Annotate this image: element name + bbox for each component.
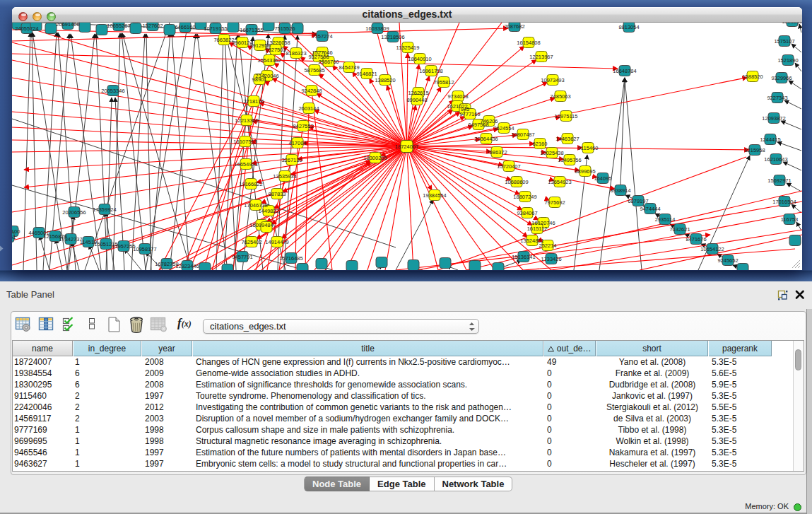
- svg-text:20691406: 20691406: [56, 23, 79, 28]
- svg-text:15720407: 15720407: [497, 163, 520, 170]
- svg-text:20053346: 20053346: [101, 88, 124, 94]
- svg-text:8427552: 8427552: [293, 123, 313, 129]
- svg-text:2603144: 2603144: [298, 105, 319, 112]
- svg-text:1733426: 1733426: [541, 256, 561, 262]
- svg-text:16671355: 16671355: [240, 27, 263, 33]
- svg-text:1527602: 1527602: [142, 23, 163, 29]
- svg-text:12213369: 12213369: [235, 117, 258, 124]
- svg-text:13495756: 13495756: [558, 157, 581, 163]
- svg-text:10654122: 10654122: [700, 246, 724, 252]
- svg-text:417004: 417004: [288, 140, 306, 146]
- svg-text:20206556: 20206556: [62, 209, 86, 216]
- svg-text:14463627: 14463627: [555, 136, 579, 142]
- svg-text:3267130: 3267130: [281, 157, 302, 163]
- svg-text:7357274: 7357274: [312, 33, 332, 40]
- svg-text:1244415: 1244415: [760, 136, 780, 143]
- svg-text:18724007: 18724007: [395, 144, 418, 150]
- svg-text:9734028: 9734028: [447, 93, 468, 100]
- svg-text:9777169: 9777169: [459, 111, 480, 117]
- svg-text:2935114: 2935114: [655, 216, 676, 223]
- svg-text:20364436: 20364436: [474, 136, 498, 142]
- svg-text:9327503: 9327503: [265, 47, 286, 53]
- svg-text:2087682: 2087682: [504, 23, 524, 30]
- svg-text:9457791: 9457791: [232, 254, 252, 260]
- svg-text:1449822: 1449822: [258, 208, 278, 214]
- svg-text:16210643: 16210643: [764, 156, 787, 163]
- svg-text:12975115: 12975115: [555, 113, 578, 119]
- svg-text:16154808: 16154808: [517, 40, 540, 46]
- svg-text:6466160: 6466160: [175, 24, 195, 30]
- svg-text:7955812: 7955812: [433, 79, 454, 86]
- svg-text:19384554: 19384554: [423, 192, 446, 199]
- svg-text:10025438: 10025438: [540, 150, 563, 156]
- svg-text:16961758: 16961758: [419, 68, 442, 74]
- svg-text:12923446: 12923446: [175, 263, 199, 269]
- svg-text:12093872: 12093872: [762, 115, 785, 122]
- svg-text:887833: 887833: [268, 191, 286, 197]
- svg-text:164095: 164095: [594, 175, 611, 182]
- svg-text:11325419: 11325419: [396, 45, 420, 51]
- svg-text:9146821: 9146821: [356, 71, 377, 77]
- svg-text:9329966: 9329966: [771, 75, 792, 81]
- svg-text:2986760: 2986760: [318, 59, 339, 65]
- svg-text:8813054: 8813054: [618, 24, 639, 30]
- svg-text:7632621: 7632621: [669, 226, 690, 233]
- svg-text:9245652: 9245652: [717, 257, 738, 264]
- svg-text:98901: 98901: [252, 76, 267, 83]
- svg-text:10807487: 10807487: [511, 132, 534, 138]
- svg-text:16099484: 16099484: [249, 222, 273, 228]
- svg-text:8186323: 8186323: [286, 50, 306, 57]
- svg-text:10973493: 10973493: [541, 77, 564, 83]
- svg-text:7485063: 7485063: [550, 93, 570, 100]
- svg-text:16033809: 16033809: [365, 25, 389, 32]
- svg-text:13535934: 13535934: [273, 173, 296, 180]
- svg-text:3624554: 3624554: [493, 125, 514, 132]
- svg-text:7625402: 7625402: [241, 239, 261, 245]
- svg-text:17016504: 17016504: [772, 199, 796, 205]
- svg-text:16654933: 16654933: [234, 161, 257, 168]
- svg-text:15692971: 15692971: [767, 177, 791, 184]
- svg-text:13218506: 13218506: [381, 34, 404, 40]
- svg-text:19166822: 19166822: [239, 181, 262, 187]
- svg-text:9474444: 9474444: [640, 206, 660, 212]
- svg-text:5875685: 5875685: [304, 67, 324, 74]
- svg-text:1388520: 1388520: [375, 77, 395, 83]
- svg-text:2718176: 2718176: [243, 98, 264, 105]
- svg-text:116753: 116753: [781, 216, 798, 223]
- svg-text:1521890: 1521890: [777, 57, 798, 64]
- svg-text:9384067: 9384067: [517, 210, 537, 216]
- svg-text:252214: 252214: [539, 243, 556, 249]
- svg-text:14914479: 14914479: [265, 239, 288, 245]
- svg-text:15136141: 15136141: [512, 254, 535, 260]
- svg-text:7986372: 7986372: [486, 149, 507, 156]
- svg-text:18640910: 18640910: [408, 56, 431, 62]
- svg-text:8454749: 8454749: [339, 64, 359, 71]
- svg-text:6899695: 6899695: [575, 168, 595, 175]
- svg-text:8938914: 8938914: [610, 187, 630, 194]
- svg-text:10688609: 10688609: [505, 179, 528, 185]
- svg-text:16648784: 16648784: [613, 68, 636, 74]
- svg-text:9115460: 9115460: [578, 145, 599, 151]
- svg-text:62160: 62160: [533, 141, 548, 147]
- svg-text:7975692: 7975692: [544, 199, 565, 206]
- svg-text:6879197: 6879197: [628, 198, 648, 204]
- svg-text:8215958: 8215958: [744, 147, 765, 153]
- svg-text:39151: 39151: [12, 234, 16, 240]
- svg-text:746206: 746206: [480, 118, 498, 124]
- svg-text:8990448: 8990448: [406, 97, 427, 103]
- svg-text:18807249: 18807249: [513, 194, 536, 200]
- svg-text:12213967: 12213967: [529, 54, 553, 60]
- svg-text:17957255: 17957255: [112, 243, 135, 250]
- svg-text:7663822: 7663822: [213, 37, 234, 43]
- svg-text:13226058: 13226058: [266, 40, 290, 46]
- svg-text:1588520: 1588520: [742, 74, 763, 80]
- svg-text:17359924: 17359924: [93, 206, 116, 213]
- svg-text:1262615: 1262615: [408, 90, 428, 96]
- svg-text:15716485: 15716485: [279, 255, 302, 262]
- svg-text:1321850: 1321850: [782, 23, 802, 25]
- svg-text:24055724: 24055724: [15, 25, 38, 32]
- svg-text:10958177: 10958177: [133, 246, 156, 252]
- svg-text:17342737: 17342737: [59, 236, 82, 243]
- svg-text:10655267: 10655267: [107, 23, 130, 29]
- svg-text:7515526: 7515526: [274, 25, 295, 32]
